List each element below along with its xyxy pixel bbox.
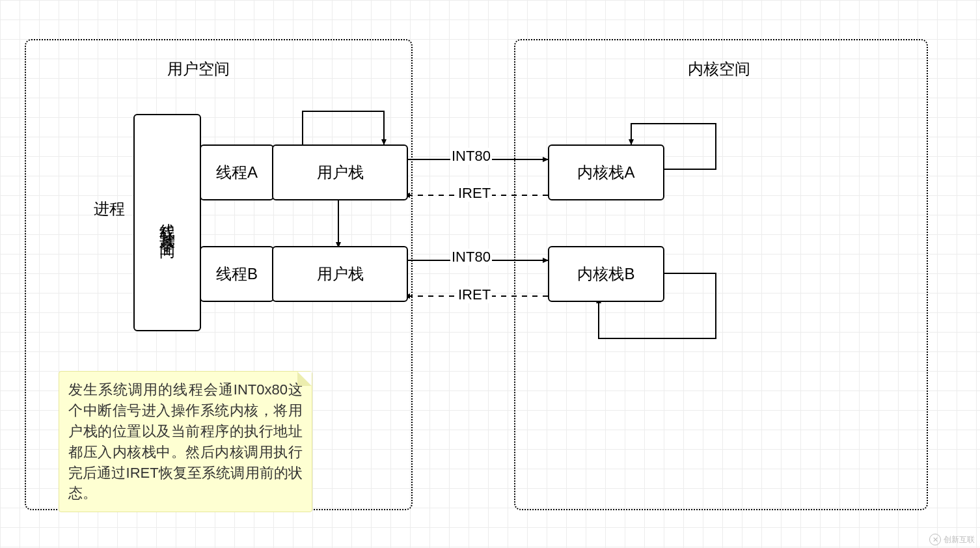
thread-a-label: 线程A [216, 163, 258, 182]
kernel-space-title: 内核空间 [677, 59, 761, 79]
user-space-title: 用户空间 [156, 59, 241, 79]
thread-b-box: 线程B [200, 246, 274, 302]
int80-label-b: INT80 [450, 249, 492, 266]
kernel-stack-a-label: 内核栈A [577, 163, 634, 182]
kernel-stack-b-box: 内核栈B [548, 246, 664, 302]
user-stack-a-label: 用户栈 [317, 163, 364, 182]
user-stack-b-label: 用户栈 [317, 264, 364, 284]
thread-shared-space-box: 线程共享空间 [133, 114, 201, 331]
kernel-stack-a-box: 内核栈A [548, 144, 664, 200]
user-stack-a-box: 用户栈 [272, 144, 408, 200]
thread-a-box: 线程A [200, 144, 274, 200]
kernel-stack-b-label: 内核栈B [577, 264, 634, 284]
diagram-canvas: 用户空间 内核空间 进程 线程共享空间 线程A 用户栈 线程B 用户栈 内核栈A… [0, 0, 980, 548]
thread-shared-space-label: 线程共享空间 [157, 211, 177, 234]
process-label: 进程 [94, 199, 125, 219]
iret-label-a: IRET [457, 185, 492, 202]
user-stack-b-box: 用户栈 [272, 246, 408, 302]
watermark-text: 创新互联 [944, 534, 975, 545]
watermark-icon: ✕ [929, 534, 941, 545]
int80-label-a: INT80 [450, 148, 492, 165]
explanation-note-text: 发生系统调用的线程会通INT0x80这个中断信号进入操作系统内核，将用户栈的位置… [68, 381, 303, 501]
explanation-note: 发生系统调用的线程会通INT0x80这个中断信号进入操作系统内核，将用户栈的位置… [59, 371, 312, 512]
watermark: ✕ 创新互联 [929, 534, 975, 545]
thread-b-label: 线程B [216, 264, 258, 284]
iret-label-b: IRET [457, 286, 492, 303]
